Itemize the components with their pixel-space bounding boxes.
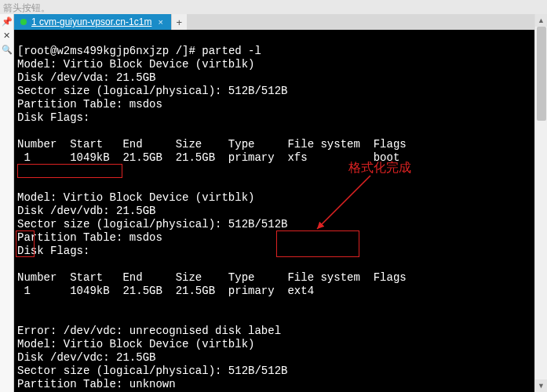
vda-row: 1 1049kB 21.5GB 21.5GB primary xfs boot	[17, 151, 399, 164]
vdc-error: Error: /dev/vdc: unrecognised disk label	[17, 325, 281, 337]
vdc-disk: Disk /dev/vdc: 21.5GB	[17, 351, 155, 364]
left-sidebar: 📌 ✕ 🔍	[0, 14, 14, 392]
vdb-model: Model: Virtio Block Device (virtblk)	[17, 191, 254, 204]
tab-bar: 1 cvm-guiyun-vpsor.cn-1c1m × +	[14, 14, 534, 30]
tab-title: 1 cvm-guiyun-vpsor.cn-1c1m	[31, 16, 151, 27]
search-icon[interactable]: 🔍	[2, 44, 13, 55]
status-dot-icon	[20, 19, 27, 25]
terminal-output[interactable]: [root@w2ms499kgjp6nxjzp /]# parted -l Mo…	[14, 30, 534, 392]
vdc-model: Model: Virtio Block Device (virtblk)	[17, 338, 254, 350]
prompt-line: [root@w2ms499kgjp6nxjzp /]# parted -l	[17, 45, 261, 57]
vda-disk: Disk /dev/vda: 21.5GB	[17, 71, 155, 84]
vda-flags: Disk Flags:	[17, 111, 89, 124]
pin-icon[interactable]: 📌	[2, 16, 13, 27]
vdb-row: 1 1049kB 21.5GB 21.5GB primary ext4	[17, 285, 314, 297]
vdb-header: Number Start End Size Type File system F…	[17, 271, 407, 284]
vdb-ptable: Partition Table: msdos	[17, 231, 162, 244]
vdb-disk: Disk /dev/vdb: 21.5GB	[17, 205, 155, 217]
vda-model: Model: Virtio Block Device (virtblk)	[17, 58, 254, 71]
scroll-thumb[interactable]	[537, 27, 546, 121]
vdb-sector: Sector size (logical/physical): 512B/512…	[17, 218, 287, 230]
vdb-flags: Disk Flags:	[17, 245, 89, 257]
vdc-sector: Sector size (logical/physical): 512B/512…	[17, 365, 287, 377]
vdc-ptable: Partition Table: unknown	[17, 378, 176, 390]
vda-header: Number Start End Size Type File system F…	[17, 138, 407, 151]
tab-session-1[interactable]: 1 cvm-guiyun-vpsor.cn-1c1m ×	[14, 14, 171, 30]
vda-ptable: Partition Table: msdos	[17, 98, 162, 111]
close-icon[interactable]: ✕	[2, 30, 13, 41]
vda-sector: Sector size (logical/physical): 512B/512…	[17, 85, 287, 97]
scroll-down-icon[interactable]: ▼	[535, 379, 547, 392]
scroll-up-icon[interactable]: ▲	[535, 14, 547, 27]
tab-add-button[interactable]: +	[171, 14, 187, 30]
tab-close-icon[interactable]: ×	[156, 17, 164, 27]
vertical-scrollbar[interactable]: ▲ ▼	[534, 14, 547, 392]
